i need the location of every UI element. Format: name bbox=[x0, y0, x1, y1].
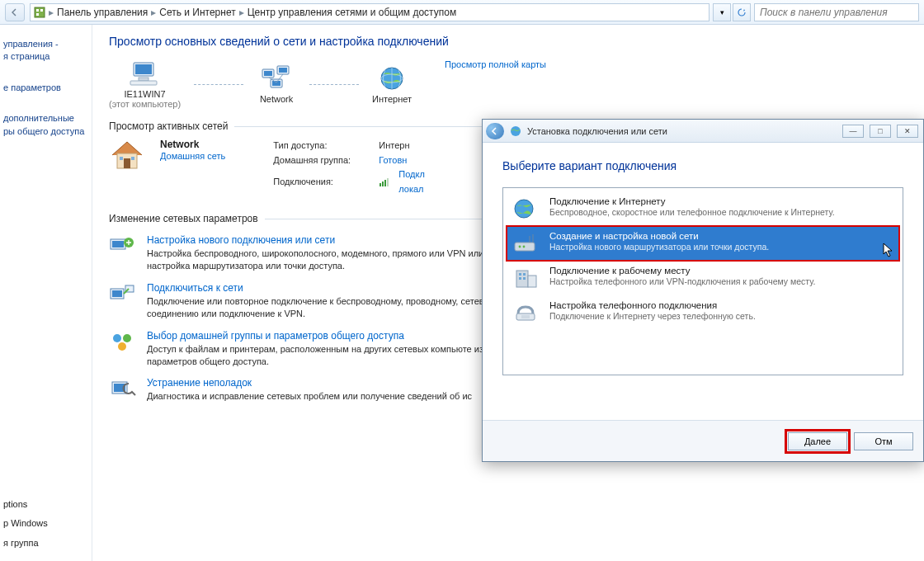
wizard-option-workplace[interactable]: Подключение к рабочему месту Настройка т… bbox=[507, 261, 899, 295]
wizard-body: Выберите вариант подключения Подключение… bbox=[483, 143, 923, 420]
svg-rect-20 bbox=[380, 183, 381, 186]
detail-value: Интерн bbox=[379, 139, 409, 153]
map-node-label: Интернет bbox=[372, 94, 412, 104]
maximize-icon: □ bbox=[878, 127, 882, 135]
breadcrumb-dropdown-button[interactable]: ▾ bbox=[713, 3, 731, 21]
breadcrumb-item[interactable]: Центр управления сетями и общим доступом bbox=[248, 7, 457, 18]
svg-rect-2 bbox=[40, 9, 43, 12]
homegroup-link[interactable]: Готовн bbox=[379, 153, 407, 168]
toolbar: ▸ Панель управления ▸ Сеть и Интернет ▸ … bbox=[0, 0, 924, 25]
svg-rect-7 bbox=[130, 81, 157, 85]
search-input[interactable] bbox=[758, 6, 915, 19]
close-icon: ✕ bbox=[904, 127, 911, 135]
sidebar-link-advanced-sharing[interactable]: дополнительные ры общего доступа bbox=[3, 112, 88, 138]
task-homegroup[interactable]: Выбор домашней группы и параметров общег… bbox=[109, 330, 538, 368]
full-map-link[interactable]: Просмотр полной карты bbox=[445, 59, 546, 69]
network-details-table: Тип доступа:Интерн Домашняя группа:Готов… bbox=[273, 139, 425, 196]
building-icon bbox=[512, 266, 541, 290]
svg-rect-25 bbox=[112, 241, 124, 248]
refresh-button[interactable] bbox=[733, 3, 751, 21]
cancel-button[interactable]: Отм bbox=[854, 432, 913, 450]
map-node-label: Network bbox=[257, 94, 296, 104]
wizard-dialog: Установка подключения или сети — □ ✕ Выб… bbox=[482, 119, 924, 462]
sidebar-link-adapter-settings[interactable]: е параметров bbox=[3, 82, 88, 94]
minimize-button[interactable]: — bbox=[842, 125, 864, 138]
option-desc: Беспроводное, скоростное или телефонное … bbox=[549, 207, 835, 219]
sidebar-see-also-item[interactable]: p Windows bbox=[3, 517, 48, 530]
svg-rect-0 bbox=[35, 7, 45, 17]
signal-icon bbox=[379, 177, 389, 187]
option-desc: Настройка телефонного или VPN-подключени… bbox=[549, 276, 815, 288]
troubleshoot-icon bbox=[109, 377, 137, 402]
sidebar-see-also-item[interactable]: я группа bbox=[3, 537, 48, 549]
option-title: Подключение к Интернету bbox=[549, 196, 835, 206]
search-box[interactable] bbox=[754, 3, 919, 21]
minimize-icon: — bbox=[850, 127, 857, 135]
nav-back-button[interactable] bbox=[5, 3, 25, 21]
svg-point-31 bbox=[123, 334, 131, 342]
arrow-left-icon bbox=[11, 8, 19, 16]
option-desc: Настройка нового маршрутизатора или точк… bbox=[549, 242, 894, 253]
network-type-link[interactable]: Домашняя сеть bbox=[160, 151, 225, 161]
sidebar-see-also: ptions p Windows я группа bbox=[3, 495, 48, 553]
sidebar-home-link[interactable]: управления - я страница bbox=[3, 38, 88, 64]
connect-icon bbox=[109, 282, 137, 307]
breadcrumb-item[interactable]: Панель управления ▸ bbox=[57, 7, 156, 18]
map-node-internet[interactable]: Интернет bbox=[372, 64, 412, 104]
task-connect-network[interactable]: Подключиться к сети Подключение или повт… bbox=[109, 282, 538, 320]
sidebar: управления - я страница е параметров доп… bbox=[0, 25, 92, 561]
svg-rect-9 bbox=[264, 71, 272, 76]
detail-key: Тип доступа: bbox=[273, 139, 372, 153]
map-node-network[interactable]: Network bbox=[257, 64, 296, 104]
svg-rect-11 bbox=[279, 68, 287, 73]
task-label: Настройка нового подключения или сети bbox=[147, 234, 538, 246]
section-header: Просмотр активных сетей bbox=[109, 120, 228, 132]
svg-point-39 bbox=[523, 246, 526, 248]
svg-rect-3 bbox=[36, 13, 39, 16]
wizard-option-list[interactable]: Подключение к Интернету Беспроводное, ск… bbox=[502, 187, 903, 375]
svg-rect-28 bbox=[112, 290, 122, 297]
maximize-button[interactable]: □ bbox=[870, 125, 891, 138]
close-button[interactable]: ✕ bbox=[897, 125, 918, 138]
sidebar-see-also-item[interactable]: ptions bbox=[3, 498, 48, 511]
svg-rect-19 bbox=[131, 157, 134, 160]
wizard-option-setup-network[interactable]: Создание и настройка новой сети Настройк… bbox=[507, 226, 899, 261]
svg-point-30 bbox=[113, 334, 121, 342]
refresh-icon bbox=[737, 7, 747, 17]
svg-rect-1 bbox=[36, 9, 39, 12]
globe-icon bbox=[512, 196, 541, 221]
wizard-footer: Далее Отм bbox=[483, 420, 923, 461]
chevron-down-icon: ▾ bbox=[720, 8, 724, 16]
breadcrumb[interactable]: ▸ Панель управления ▸ Сеть и Интернет ▸ … bbox=[30, 3, 710, 21]
svg-rect-23 bbox=[387, 178, 389, 186]
wizard-titlebar[interactable]: Установка подключения или сети — □ ✕ bbox=[483, 120, 923, 143]
task-troubleshoot[interactable]: Устранение неполадок Диагностика и испра… bbox=[109, 377, 538, 403]
toolbar-buttons: ▾ bbox=[713, 3, 751, 21]
detail-key: Подключения: bbox=[273, 175, 372, 190]
connection-link[interactable]: Подкл локал bbox=[398, 167, 425, 196]
next-button[interactable]: Далее bbox=[788, 432, 847, 450]
svg-rect-18 bbox=[120, 157, 123, 160]
svg-point-38 bbox=[519, 246, 521, 248]
map-node-this-pc[interactable]: IE11WIN7 (этот компьютер) bbox=[109, 59, 181, 109]
option-title: Создание и настройка новой сети bbox=[549, 231, 894, 241]
task-desc: Доступ к файлам и принтерам, расположенн… bbox=[147, 343, 538, 368]
nav-arrows bbox=[5, 3, 25, 21]
task-new-connection[interactable]: Настройка нового подключения или сети На… bbox=[109, 234, 538, 272]
control-panel-icon bbox=[34, 7, 45, 18]
chevron-right-icon: ▸ bbox=[49, 7, 54, 18]
detail-key: Домашняя группа: bbox=[273, 153, 372, 168]
wizard-back-button[interactable] bbox=[486, 123, 504, 139]
svg-rect-44 bbox=[523, 277, 526, 280]
computer-icon bbox=[127, 59, 163, 87]
svg-rect-6 bbox=[139, 78, 148, 81]
map-node-sublabel: (этот компьютер) bbox=[109, 99, 181, 109]
svg-rect-13 bbox=[272, 81, 280, 86]
map-node-label: IE11WIN7 bbox=[109, 89, 181, 99]
wizard-option-internet[interactable]: Подключение к Интернету Беспроводное, ск… bbox=[507, 191, 899, 226]
svg-rect-22 bbox=[384, 180, 386, 186]
wizard-app-icon bbox=[509, 125, 522, 138]
breadcrumb-item[interactable]: Сеть и Интернет ▸ bbox=[159, 7, 243, 18]
phone-icon bbox=[512, 300, 541, 325]
wizard-option-dialup[interactable]: Настройка телефонного подключения Подклю… bbox=[507, 295, 899, 330]
